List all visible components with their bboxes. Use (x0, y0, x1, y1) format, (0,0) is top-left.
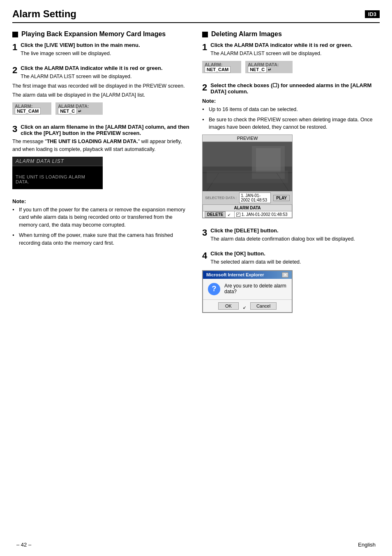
right-step2-note-list: Up to 16 items of data can be selected. … (202, 106, 380, 131)
right-step4: 4 Click the [OK] button. The selected al… (202, 250, 380, 313)
left-alarm-data-val: NET_C (58, 108, 77, 114)
preview-screenshot: PREVIEW (202, 134, 293, 218)
right-column: Deleting Alarm Images 1 Click the ALARM … (202, 30, 380, 319)
selected-data-value: 1. JAN-01-2002 01:48:53 (239, 192, 271, 203)
left-step3-number: 3 (12, 125, 17, 134)
checkbox-row: ✓ 1. JAN-01-2002 01:48:53 (236, 212, 290, 217)
right-step3-body: 3 Click the [DELETE] button. The alarm d… (202, 227, 380, 245)
list-item: Be sure to check the PREVIEW screen when… (202, 116, 380, 132)
ms-dialog-footer: OK ↙ Cancel (203, 299, 292, 312)
left-step2-desc3: The alarm data will be displayed in the … (12, 91, 190, 99)
preview-bottom-bar: SELECTED DATA : 1. JAN-01-2002 01:48:53 … (203, 191, 292, 204)
cursor-icon: ↵ (78, 109, 81, 114)
preview-image (203, 142, 292, 191)
list-item: Up to 16 items of data can be selected. (202, 106, 380, 114)
play-button[interactable]: PLAY (273, 195, 290, 201)
right-step3-title: Click the [DELETE] button. (202, 227, 380, 234)
alarm-data-col-header: ALARM DATA (203, 205, 292, 211)
right-step1-body: 1 Click the ALARM DATA indicator while i… (202, 42, 380, 76)
list-item: If you turn off the power for the camera… (12, 206, 190, 229)
right-alarm-bar-left: ALARM: NET_CAM (202, 61, 241, 73)
right-step1-title: Click the ALARM DATA indicator while it … (202, 42, 380, 48)
footer-page-number: – 42 – (16, 542, 31, 548)
left-step1-number: 1 (12, 43, 17, 52)
left-step3-body: 3 Click on an alarm filename in the [ALA… (12, 124, 190, 192)
left-step2-number: 2 (12, 66, 17, 75)
right-alarm-bar-right: ALARM DATA: NET_C ↵ (245, 61, 293, 73)
loading-msg: THE UNIT IS LOADING ALARM DATA. (47, 139, 138, 144)
left-step1: 1 Click the [LIVE VIEW] button in the ma… (12, 42, 190, 59)
left-step2-desc1: The ALARM DATA LIST screen will be displ… (12, 73, 190, 81)
right-step3-desc: The alarm data delete confirmation dialo… (202, 235, 380, 243)
svg-rect-3 (256, 148, 281, 173)
left-step3-desc: The message "THE UNIT IS LOADING ALARM D… (12, 138, 190, 153)
heading-square-icon (12, 32, 18, 37)
ms-dialog-ok-button[interactable]: OK (218, 302, 239, 310)
ms-dialog-body: ? Are you sure to delete alarm data? (203, 279, 292, 299)
ms-ie-dialog: Microsoft Internet Explorer ✕ ? Are you … (202, 270, 293, 313)
right-step2-number: 2 (202, 83, 207, 92)
left-column: Playing Back Expansion Memory Card Image… (12, 30, 190, 319)
right-step2-note-label: Note: (202, 98, 380, 104)
page-title: Alarm Setting (12, 8, 76, 20)
adl-title: ALARM DATA LIST (12, 157, 103, 166)
right-alarm-data-val: NET_C (248, 66, 267, 73)
right-step1: 1 Click the ALARM DATA indicator while i… (202, 42, 380, 76)
left-step3-title: Click on an alarm filename in the [ALARM… (12, 124, 190, 136)
left-alarm-val: NET_CAM (15, 108, 41, 114)
left-step1-title: Click the [LIVE VIEW] button in the main… (12, 42, 190, 48)
alarm-data-table: ALARM DATA DELETE ↙ (203, 204, 292, 218)
ms-dialog-close-button[interactable]: ✕ (282, 272, 288, 278)
right-step2: 2 Select the check boxes (☐) for unneede… (202, 82, 380, 222)
delete-btn-cell: DELETE ↙ (203, 211, 235, 218)
left-alarm-bar-left: ALARM: NET_CAM (12, 102, 51, 115)
right-step3-number: 3 (202, 228, 207, 237)
delete-button[interactable]: DELETE (205, 211, 226, 218)
id-badge: ID3 (365, 10, 380, 18)
right-section-heading: Deleting Alarm Images (202, 30, 380, 38)
question-mark: ? (212, 285, 217, 293)
cursor2-icon: ↵ (268, 67, 271, 72)
ms-dialog-message: Are you sure to delete alarm data? (224, 283, 287, 294)
left-note: Note: If you turn off the power for the … (12, 198, 190, 247)
right-alarm-bar: ALARM: NET_CAM ALARM DATA: NET_C ↵ (202, 61, 293, 73)
left-alarm-bar: ALARM: NET_CAM ALARM DATA: NET_C ↵ (12, 102, 103, 115)
selected-data-label: SELECTED DATA : (205, 196, 237, 200)
alarm-checkbox[interactable]: ✓ (236, 213, 240, 217)
right-step2-body: 2 Select the check boxes (☐) for unneede… (202, 82, 380, 222)
cursor3-icon: ↙ (228, 213, 231, 217)
right-step4-title: Click the [OK] button. (202, 250, 380, 257)
ms-dialog-cancel-button[interactable]: Cancel (250, 302, 277, 310)
left-note-list: If you turn off the power for the camera… (12, 206, 190, 247)
ms-dialog-title-text: Microsoft Internet Explorer (206, 272, 264, 277)
list-item: When turning off the power, make sure th… (12, 232, 190, 247)
left-step2-title: Click the ALARM DATA indicator while it … (12, 65, 190, 71)
right-step2-title: Select the check boxes (☐) for unneeded … (202, 82, 380, 95)
right-heading-square-icon (202, 32, 208, 37)
left-alarm-bar-right: ALARM DATA: NET_C ↵ (55, 102, 103, 115)
preview-title-bar: PREVIEW (203, 135, 292, 142)
two-col-layout: Playing Back Expansion Memory Card Image… (12, 30, 380, 319)
page-footer: – 42 – English (0, 542, 392, 548)
left-section-heading: Playing Back Expansion Memory Card Image… (12, 30, 190, 38)
right-step4-body: 4 Click the [OK] button. The selected al… (202, 250, 380, 313)
ms-dialog-title-bar: Microsoft Internet Explorer ✕ (203, 271, 292, 279)
checkbox-cell: ✓ 1. JAN-01-2002 01:48:53 (234, 211, 292, 218)
right-step3: 3 Click the [DELETE] button. The alarm d… (202, 227, 380, 245)
left-step1-body: 1 Click the [LIVE VIEW] button in the ma… (12, 42, 190, 59)
left-heading-text: Playing Back Expansion Memory Card Image… (21, 30, 166, 38)
right-heading-text: Deleting Alarm Images (211, 30, 282, 38)
cursor4-icon: ↙ (243, 305, 246, 310)
left-step2-desc2: The first image that was recorded will b… (12, 82, 190, 90)
right-step1-desc: The ALARM DATA LIST screen will be displ… (202, 50, 380, 58)
right-step1-number: 1 (202, 43, 207, 52)
left-step2: 2 Click the ALARM DATA indicator while i… (12, 65, 190, 118)
left-step1-desc: The live image screen will be displayed. (12, 50, 190, 58)
alarm-data-list-box: ALARM DATA LIST THE UNIT IS LOADING ALAR… (12, 157, 103, 189)
footer-language: English (358, 542, 376, 548)
right-step2-note: Note: Up to 16 items of data can be sele… (202, 98, 380, 131)
page: Alarm Setting ID3 Playing Back Expansion… (0, 0, 392, 556)
alarm-row-value: 1. JAN-01-2002 01:48:53 (242, 212, 288, 217)
ms-dialog-question-icon: ? (208, 283, 220, 295)
right-step4-desc: The selected alarm data will be deleted. (202, 258, 380, 266)
